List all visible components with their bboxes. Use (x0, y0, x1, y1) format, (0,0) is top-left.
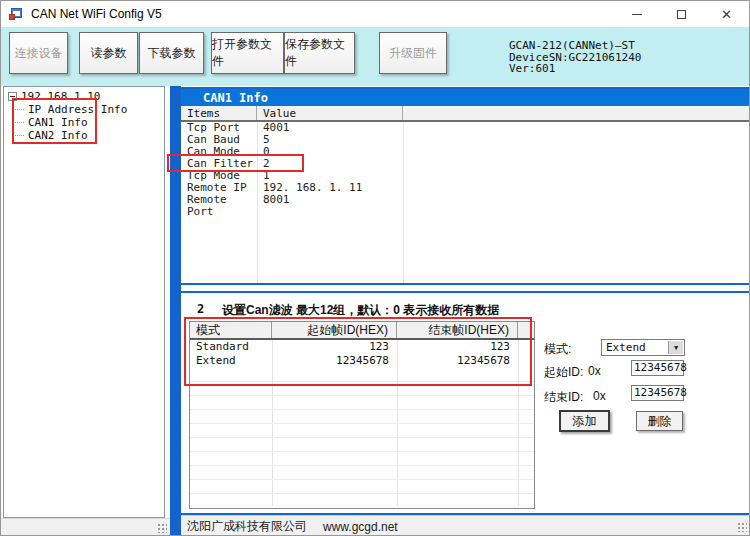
maximize-icon (677, 10, 686, 19)
column-header-start-id: 起始帧ID(HEX) (272, 322, 397, 338)
mode-dropdown-value: Extend (606, 341, 646, 354)
can1-table-header: Items Value (181, 106, 749, 122)
minimize-button[interactable] (614, 1, 659, 27)
can1-panel-title: CAN1 Info (181, 89, 749, 106)
can1-value-cell: 0 (257, 146, 403, 158)
app-icon (9, 7, 23, 21)
filter-row-standard[interactable]: Standard123123 (190, 340, 534, 354)
filter-rows: Standard123123Extend1234567812345678 (190, 340, 534, 368)
filter-cell-mode: Extend (190, 354, 272, 368)
can1-value-cell: 5 (257, 134, 403, 146)
minimize-icon (632, 14, 642, 15)
column-header-empty (403, 106, 749, 120)
left-status-strip (1, 518, 170, 536)
can1-value-cell: 2 (257, 158, 403, 170)
status-bar: 沈阳广成科技有限公司 www.gcgd.net (181, 515, 750, 536)
can1-info-panel: CAN1 Info Items Value Tcp Port4001Can Ba… (181, 87, 750, 285)
panel-splitter[interactable] (170, 86, 181, 536)
filter-caption-number: 2 (197, 302, 222, 319)
filter-caption-text: 设置Can滤波 最大12组，默认：0 表示接收所有数据 (222, 302, 499, 319)
tree-item-can1-info[interactable]: CAN1 Info (28, 116, 88, 129)
filter-cell-spare (518, 340, 534, 354)
filter-table-header: 模式 起始帧ID(HEX) 结束帧ID(HEX) (190, 322, 534, 340)
titlebar: CAN Net WiFi Config V5 ✕ (1, 1, 749, 27)
chevron-down-icon[interactable]: ▼ (668, 341, 683, 354)
add-filter-button[interactable]: 添加 (559, 410, 610, 432)
app-window: CAN Net WiFi Config V5 ✕ 连接设备读参数下载参数打开参数… (0, 0, 750, 536)
mode-label: 模式: (544, 341, 571, 358)
end-id-hex-prefix: 0x (593, 389, 606, 403)
tree-connector-line (12, 100, 13, 133)
toolbar: 连接设备读参数下载参数打开参数文件保存参数文件升级固件 GCAN-212(CAN… (1, 27, 749, 86)
column-header-value: Value (257, 106, 403, 120)
filter-cell-mode: Standard (190, 340, 272, 354)
filter-caption: 2 设置Can滤波 最大12组，默认：0 表示接收所有数据 (197, 302, 499, 319)
filter-cell-start_id: 12345678 (272, 354, 397, 368)
delete-filter-button[interactable]: 删除 (636, 411, 683, 431)
toolbar-button-upgrade-firmware[interactable]: 升级固件 (379, 32, 447, 74)
filter-table: 模式 起始帧ID(HEX) 结束帧ID(HEX) Standard123123E… (189, 321, 535, 509)
filter-cell-end_id: 123 (397, 340, 518, 354)
start-id-label: 起始ID: (544, 364, 583, 381)
status-company: 沈阳广成科技有限公司 (187, 518, 307, 535)
maximize-button[interactable] (659, 1, 704, 27)
can1-item-cell: Remote Port (181, 194, 257, 206)
window-controls: ✕ (614, 1, 749, 27)
tree-root-label: 192.168.1.10 (21, 90, 100, 103)
filter-cell-spare (518, 354, 534, 368)
close-icon: ✕ (721, 7, 732, 22)
can-filter-panel: 2 设置Can滤波 最大12组，默认：0 表示接收所有数据 模式 起始帧ID(H… (181, 291, 750, 515)
can1-table-body: Tcp Port4001Can Baud5Can Mode0Can Filter… (181, 122, 749, 283)
tree-item-can2-info[interactable]: CAN2 Info (28, 129, 88, 142)
end-id-input[interactable]: 12345678 (631, 385, 684, 401)
filter-table-body: Standard123123Extend1234567812345678 (190, 340, 534, 506)
window-title: CAN Net WiFi Config V5 (31, 7, 162, 21)
toolbar-button-read-params[interactable]: 读参数 (79, 32, 138, 74)
can1-value-cell: 8001 (257, 194, 403, 206)
column-header-items: Items (181, 106, 257, 120)
device-version: Ver:601 (509, 63, 641, 75)
tree-root-node[interactable]: 192.168.1.10 (8, 90, 100, 103)
column-header-spare (518, 322, 534, 338)
filter-row-extend[interactable]: Extend1234567812345678 (190, 354, 534, 368)
resize-grip-icon[interactable] (157, 523, 167, 533)
column-header-mode: 模式 (190, 322, 272, 338)
tree-item-ip-address-info[interactable]: IP Address Info (28, 103, 127, 116)
can1-value-cell: 4001 (257, 122, 403, 134)
status-website: www.gcgd.net (323, 520, 398, 534)
close-button[interactable]: ✕ (704, 1, 749, 27)
filter-table-empty-rows (190, 368, 534, 506)
end-id-label: 结束ID: (544, 389, 583, 406)
filter-cell-start_id: 123 (272, 340, 397, 354)
toolbar-button-save-param-file[interactable]: 保存参数文件 (284, 32, 355, 74)
column-header-end-id: 结束帧ID(HEX) (397, 322, 518, 338)
start-id-hex-prefix: 0x (588, 364, 601, 378)
start-id-input[interactable]: 12345678 (631, 360, 684, 376)
toolbar-button-open-param-file[interactable]: 打开参数文件 (211, 32, 284, 74)
mode-dropdown[interactable]: Extend ▼ (601, 339, 685, 356)
toolbar-button-connect[interactable]: 连接设备 (9, 32, 68, 74)
device-model: GCAN-212(CANNet)—ST (509, 40, 641, 52)
device-info: GCAN-212(CANNet)—ST DeviceSN:GC221061240… (509, 40, 641, 75)
device-tree: 192.168.1.10 IP Address InfoCAN1 InfoCAN… (3, 86, 165, 518)
toolbar-button-download-params[interactable]: 下载参数 (139, 32, 204, 74)
can1-row-remote-port[interactable]: Remote Port8001 (181, 194, 749, 206)
filter-cell-end_id: 12345678 (397, 354, 518, 368)
resize-grip-icon[interactable] (737, 522, 747, 532)
